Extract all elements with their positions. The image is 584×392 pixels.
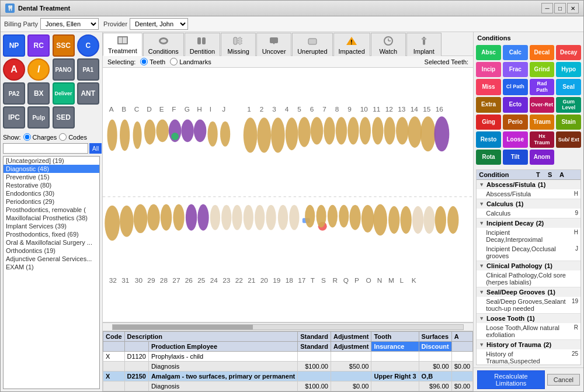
- landmarks-radio[interactable]: [170, 58, 178, 65]
- codes-radio[interactable]: [59, 133, 67, 141]
- cond-group-abscess-header[interactable]: ▼ Abscess/Fistula (1): [477, 180, 580, 189]
- tab-dentition[interactable]: Dentition: [185, 33, 220, 56]
- cond-group-clinical-header[interactable]: ▼ Clinical Pathology (1): [477, 261, 580, 270]
- cond-miss-button[interactable]: Miss: [476, 79, 501, 95]
- np-button[interactable]: NP: [3, 34, 25, 57]
- sed-button[interactable]: SED: [53, 106, 75, 129]
- cond-loose-button[interactable]: Loose: [503, 131, 528, 148]
- tooth-chart-svg[interactable]: A B C D E F G H I J 1 2 3 4 5 6 7: [103, 68, 473, 322]
- h-scrollbar[interactable]: [103, 322, 473, 331]
- tab-impacted[interactable]: ! Impacted: [333, 33, 370, 56]
- tab-implant[interactable]: Implant: [406, 33, 442, 56]
- cond-frac-button[interactable]: Frac: [503, 62, 528, 77]
- cond-group-trauma-header[interactable]: ▼ History of Trauma (2): [477, 340, 580, 349]
- ipc-button[interactable]: IPC: [3, 106, 25, 129]
- charges-radio-label[interactable]: Charges: [23, 133, 57, 141]
- cond-ging-button[interactable]: Ging: [476, 115, 501, 130]
- cat-adjunctive[interactable]: Adjunctive General Services...: [4, 255, 99, 263]
- cond-traum-button[interactable]: Traum: [530, 115, 555, 130]
- minimize-button[interactable]: ─: [541, 3, 553, 13]
- tab-conditions[interactable]: Conditions: [143, 33, 184, 56]
- ssc-button[interactable]: SSC: [53, 34, 75, 57]
- cat-diagnostic[interactable]: Diagnostic (48): [4, 165, 99, 173]
- cond-resto-button[interactable]: Resto: [476, 131, 501, 148]
- cond-incip-button[interactable]: Incip: [476, 62, 501, 77]
- cond-extra-button[interactable]: Extra: [476, 97, 501, 113]
- cat-maxillofacial[interactable]: Maxillofacial Prosthetics (38): [4, 214, 99, 222]
- pa2-button[interactable]: PA2: [3, 82, 25, 105]
- conditions-tree[interactable]: Condition T S A ▼ Abscess/Fistula (1) Ab…: [476, 169, 581, 365]
- close-button[interactable]: ✕: [567, 3, 579, 13]
- cond-seal-button[interactable]: Seal: [556, 79, 581, 95]
- cond-group-incipient-header[interactable]: ▼ Incipient Decay (2): [477, 218, 580, 228]
- tooth-chart[interactable]: A B C D E F G H I J 1 2 3 4 5 6 7: [103, 68, 473, 322]
- c-button[interactable]: C: [77, 34, 99, 57]
- pulp-button[interactable]: Pulp: [27, 106, 50, 129]
- rc-button[interactable]: RC: [27, 34, 50, 57]
- cond-rad-path-button[interactable]: Rad Path: [530, 79, 555, 95]
- cond-ecto-button[interactable]: Ecto: [503, 97, 528, 113]
- cond-grind-button[interactable]: Grind: [530, 62, 555, 77]
- teeth-radio-label[interactable]: Teeth: [140, 58, 165, 65]
- h-scroll-thumb[interactable]: [113, 325, 253, 329]
- tab-watch[interactable]: Watch: [371, 33, 406, 56]
- table-subrow: Diagnosis $100.00 $0.00 $96.00 $0.00: [103, 381, 473, 391]
- pano-button[interactable]: PANO: [53, 58, 75, 81]
- cat-preventive[interactable]: Preventive (15): [4, 173, 99, 181]
- row1-code: D1120: [124, 352, 148, 362]
- cond-perio-button[interactable]: Perio: [503, 115, 528, 130]
- provider-select[interactable]: Dentert, John: [130, 18, 188, 30]
- all-button[interactable]: All: [89, 143, 102, 154]
- cond-group-loose-header[interactable]: ▼ Loose Tooth (1): [477, 314, 580, 323]
- cond-absc-button[interactable]: Absc: [476, 45, 501, 60]
- category-list[interactable]: [Uncategorized] (19) Diagnostic (48) Pre…: [3, 156, 100, 389]
- charges-radio[interactable]: [23, 133, 31, 141]
- billing-party-select[interactable]: Jones, Ellen: [40, 18, 99, 30]
- maximize-button[interactable]: □: [554, 3, 566, 13]
- tab-uncover[interactable]: Uncover: [256, 33, 291, 56]
- cond-ci-path-button[interactable]: Cl Path: [503, 79, 528, 95]
- cat-uncategorized[interactable]: [Uncategorized] (19): [4, 157, 99, 165]
- cond-group-incipient-name: Incipient Decay: [486, 220, 534, 227]
- cond-tilt-button[interactable]: Tilt: [503, 150, 528, 165]
- landmarks-radio-label[interactable]: Landmarks: [170, 58, 211, 65]
- recalculate-button[interactable]: Recalculate Limitations: [477, 370, 545, 389]
- cancel-button[interactable]: Cancel: [547, 374, 580, 386]
- cat-exam[interactable]: EXAM (1): [4, 263, 99, 271]
- cond-calc-button[interactable]: Calc: [503, 45, 528, 60]
- cat-endodontics[interactable]: Endodontics (30): [4, 189, 99, 197]
- cat-prostho-fixed[interactable]: Prosthodontics, fixed (69): [4, 230, 99, 238]
- cat-oral-surgery[interactable]: Oral & Maxillofacial Surgery ...: [4, 238, 99, 247]
- cat-orthodontics[interactable]: Orthodontics (19): [4, 247, 99, 255]
- cond-decal-button[interactable]: Decal: [530, 45, 555, 60]
- deliver-button[interactable]: Deliver: [53, 82, 75, 105]
- cond-stain-button[interactable]: Stain: [556, 115, 581, 130]
- tab-unerupted[interactable]: Unerupted: [292, 33, 332, 56]
- table-row[interactable]: X D2150 Amalgam - two surfaces, primary …: [103, 372, 473, 381]
- codes-radio-label[interactable]: Codes: [59, 133, 87, 141]
- cat-implant[interactable]: Implant Services (39): [4, 222, 99, 230]
- i-button[interactable]: I: [27, 58, 50, 81]
- table-row[interactable]: X D1120 Prophylaxis - child: [103, 352, 473, 362]
- search-input[interactable]: [3, 143, 88, 154]
- cond-group-seal-header[interactable]: ▼ Seal/Deep Grooves (1): [477, 287, 580, 297]
- cat-prostho-rem[interactable]: Prosthodontics, removable (: [4, 206, 99, 214]
- pa1-button[interactable]: PA1: [77, 58, 99, 81]
- bx-button[interactable]: BX: [27, 82, 50, 105]
- cond-sub-ext-button[interactable]: Sub/ Ext: [556, 131, 581, 148]
- a-button[interactable]: A: [3, 58, 25, 81]
- teeth-radio[interactable]: [140, 58, 148, 65]
- cond-group-calculus-header[interactable]: ▼ Calculus (1): [477, 199, 580, 209]
- cond-anom-button[interactable]: Anom: [530, 150, 555, 165]
- cond-hx-traum-button[interactable]: Hx Traum: [530, 131, 555, 148]
- cond-decay-button[interactable]: Decay: [556, 45, 581, 60]
- cond-over-ret-button[interactable]: Over-Ret: [530, 97, 555, 113]
- cond-rota-button[interactable]: Rota: [476, 150, 501, 165]
- tab-missing[interactable]: Missing: [221, 33, 256, 56]
- cat-restorative[interactable]: Restorative (80): [4, 181, 99, 189]
- cat-periodontics[interactable]: Periodontics (29): [4, 197, 99, 206]
- cond-hypo-button[interactable]: Hypo: [556, 62, 581, 77]
- ant-button[interactable]: ANT: [77, 82, 99, 105]
- tab-treatment[interactable]: Treatment: [103, 33, 142, 56]
- cond-gum-level-button[interactable]: Gum Level: [556, 97, 581, 113]
